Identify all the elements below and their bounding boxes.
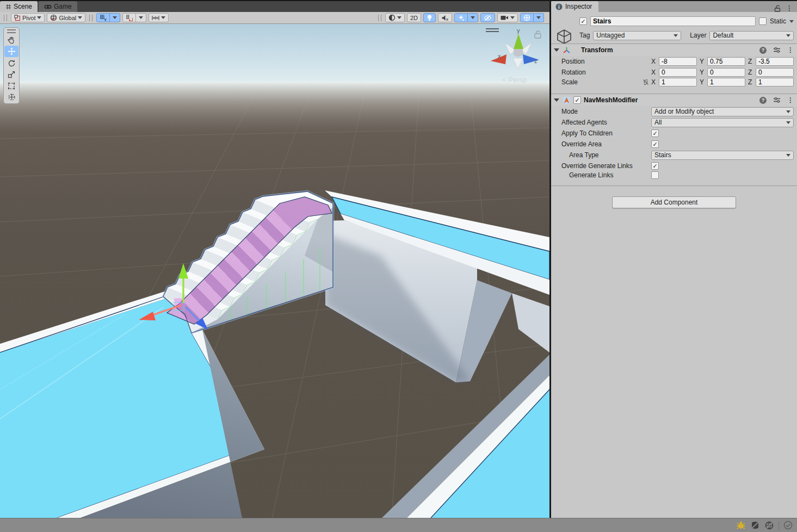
grid-visibility-toggle[interactable]: Y <box>96 13 110 22</box>
override-area-checkbox[interactable]: ✓ <box>651 140 659 148</box>
unlock-icon[interactable] <box>774 5 781 12</box>
area-type-value: Stairs <box>654 151 671 159</box>
hand-tool-button[interactable] <box>4 34 18 46</box>
status-bar <box>0 518 797 532</box>
pivot-caret-icon <box>37 16 41 19</box>
progress-ok-icon[interactable] <box>783 521 793 530</box>
effects-dropdown[interactable] <box>468 13 478 22</box>
shading-mode-button[interactable] <box>385 13 405 22</box>
toolbar-drag-handle-2[interactable] <box>89 15 92 21</box>
rotate-tool-button[interactable] <box>4 57 18 69</box>
area-type-dropdown[interactable]: Stairs <box>651 151 794 160</box>
gizmos-toggle[interactable] <box>520 13 534 22</box>
navmeshmodifier-icon <box>563 96 571 104</box>
scale-y-field[interactable] <box>707 78 745 86</box>
move-tool-button[interactable] <box>4 46 18 57</box>
gameobject-enabled-checkbox[interactable]: ✓ <box>579 17 587 25</box>
gameobject-name-field[interactable] <box>590 16 756 26</box>
affected-agents-dropdown[interactable]: All <box>651 118 794 127</box>
rotate-icon <box>8 59 15 67</box>
cache-server-disabled-icon[interactable] <box>750 521 760 530</box>
rotation-x-field[interactable] <box>659 68 697 77</box>
scene-viewport[interactable]: y x z <Persp <box>0 24 549 518</box>
generate-links-checkbox[interactable] <box>651 171 659 179</box>
position-y-field[interactable] <box>707 57 745 66</box>
scale-z-field[interactable] <box>756 78 794 86</box>
audio-toggle[interactable] <box>438 13 452 22</box>
effects-toggle[interactable] <box>454 13 468 22</box>
persp-toggle[interactable]: <Persp <box>502 76 527 84</box>
ruler-icon <box>152 15 159 21</box>
2d-toggle[interactable]: 2D <box>407 13 421 22</box>
navmesh-foldout-icon[interactable] <box>554 98 559 102</box>
scale-icon <box>8 71 15 78</box>
scale-tool-button[interactable] <box>4 69 18 80</box>
navmesh-title: NavMeshModifier <box>584 96 638 104</box>
camera-caret-icon <box>510 16 515 19</box>
transform-tool-button[interactable] <box>4 91 18 103</box>
static-checkbox[interactable] <box>759 17 767 25</box>
lighting-toggle[interactable] <box>423 13 436 22</box>
collab-disabled-icon[interactable] <box>764 521 774 530</box>
transform-presets-icon[interactable] <box>773 47 781 53</box>
pane-menu-icon[interactable]: ⋮ <box>786 4 793 12</box>
add-component-button[interactable]: Add Component <box>612 196 736 208</box>
grid-size-button[interactable] <box>149 13 169 22</box>
global-mode-button[interactable]: Global <box>47 13 85 22</box>
snap-increment-button[interactable] <box>122 13 136 22</box>
mode-value: Add or Modify object <box>654 108 714 115</box>
toolbar-drag-handle[interactable] <box>4 15 7 21</box>
navmesh-enabled-checkbox[interactable]: ✓ <box>573 96 581 104</box>
grid-settings-dropdown[interactable] <box>110 13 120 22</box>
transform-help-icon[interactable]: ? <box>759 47 767 54</box>
pivot-mode-button[interactable]: Pivot <box>11 13 45 22</box>
override-generate-links-checkbox[interactable]: ✓ <box>651 162 659 170</box>
gizmos-dropdown[interactable] <box>534 13 544 22</box>
eye-hidden-icon <box>484 15 492 21</box>
navmesh-presets-icon[interactable] <box>773 97 781 103</box>
tab-scene[interactable]: Scene <box>0 1 38 12</box>
tab-game[interactable]: Game <box>39 1 77 12</box>
transform-tool-icon <box>8 93 16 101</box>
rect-tool-button[interactable] <box>4 80 18 91</box>
transform-component: Transform ? ⋮ Position X Y <box>551 44 797 89</box>
tag-dropdown[interactable]: Untagged <box>593 31 681 40</box>
generate-links-label: Generate Links <box>561 171 651 179</box>
navmesh-header[interactable]: ✓ NavMeshModifier ? ⋮ <box>551 94 797 106</box>
scale-x-field[interactable] <box>659 78 697 86</box>
camera-settings-button[interactable] <box>497 13 518 22</box>
static-label: Static <box>770 17 786 25</box>
gameobject-header: ✓ Static Tag Untagged Layer Default <box>551 12 797 42</box>
navmesh-menu-icon[interactable]: ⋮ <box>787 96 794 104</box>
transform-menu-icon[interactable]: ⋮ <box>787 46 794 54</box>
tag-value: Untagged <box>596 32 625 39</box>
rotation-y-field[interactable] <box>707 68 745 77</box>
scene-visibility-toggle[interactable] <box>480 13 495 22</box>
debugger-bug-icon[interactable] <box>736 521 746 530</box>
tab-inspector[interactable]: Inspector <box>551 1 598 12</box>
snap-settings-dropdown[interactable] <box>136 13 146 22</box>
scene-grid-icon <box>5 4 11 10</box>
scale-label: Scale <box>561 78 651 86</box>
transform-foldout-icon[interactable] <box>554 48 559 52</box>
position-z-field[interactable] <box>756 57 794 66</box>
apply-to-children-label: Apply To Children <box>561 129 651 137</box>
apply-to-children-checkbox[interactable]: ✓ <box>651 129 659 137</box>
position-x-field[interactable] <box>659 57 697 66</box>
static-flags-caret[interactable] <box>789 20 794 23</box>
hand-icon <box>8 36 15 44</box>
mode-dropdown[interactable]: Add or Modify object <box>651 107 794 116</box>
palette-drag-handle[interactable] <box>7 29 16 33</box>
rotation-z-field[interactable] <box>756 68 794 77</box>
gizmos-caret-icon <box>536 16 541 19</box>
scene-pane: Scene Game Pivot <box>0 0 549 518</box>
transform-header[interactable]: Transform ? ⋮ <box>551 44 797 56</box>
scale-link-icon[interactable] <box>642 78 650 86</box>
rect-tool-icon <box>8 82 15 90</box>
axis-x-field-label: X <box>651 58 656 65</box>
toolbar-drag-handle-3[interactable] <box>378 15 381 21</box>
shaded-sphere-icon <box>388 14 396 21</box>
layer-dropdown[interactable]: Default <box>709 31 794 40</box>
navmesh-help-icon[interactable]: ? <box>759 97 767 104</box>
add-component-zone: Add Component <box>551 185 797 208</box>
